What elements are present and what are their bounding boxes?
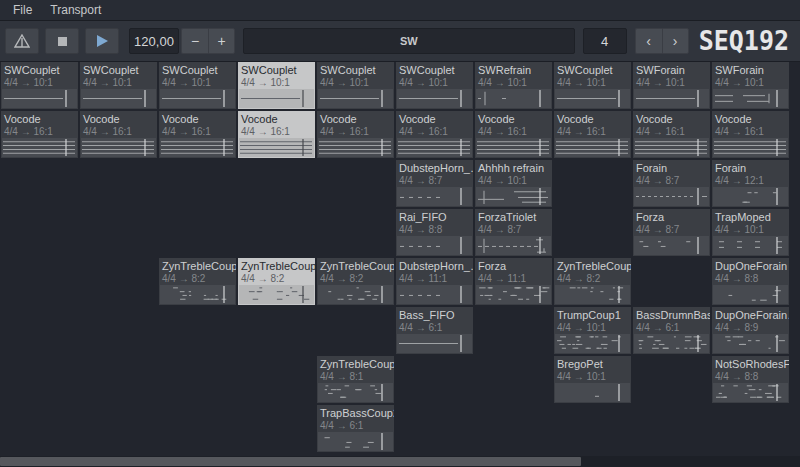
sequence-cell[interactable]: DubstepHorn_…4/4 → 8:7	[396, 160, 473, 207]
pattern-preview	[476, 236, 551, 255]
sequence-title: Vocode	[1, 111, 78, 126]
sequence-cell[interactable]: Vocode4/4 → 16:1	[80, 111, 157, 158]
sequence-cell[interactable]: ZynTrebleCoup14/4 → 8:2	[238, 258, 315, 305]
sequence-cell[interactable]: Vocode4/4 → 16:1	[633, 111, 710, 158]
sequence-cell[interactable]: Vocode4/4 → 16:1	[1, 111, 78, 158]
pattern-preview	[555, 138, 630, 157]
pattern-preview	[634, 138, 709, 157]
sequence-cell[interactable]: ZynTrebleCoup14/4 → 8:2	[317, 258, 394, 305]
sequence-cell[interactable]: TrapMoped4/4 → 10:1	[712, 209, 789, 256]
sequence-title: BassDrumnBass	[633, 307, 710, 322]
sequence-cell[interactable]: DupOneForain…4/4 → 8:9	[712, 307, 789, 354]
pattern-preview	[81, 138, 156, 157]
sequence-cell[interactable]: SWCouplet4/4 → 10:1	[80, 62, 157, 109]
scrollbar-thumb[interactable]	[0, 457, 581, 466]
screenset-number[interactable]: 4	[583, 28, 627, 54]
sequence-title: SWCouplet	[554, 62, 631, 77]
sequence-cell[interactable]: BregoPet4/4 → 10:1	[554, 356, 631, 403]
sequence-cell[interactable]: Bass_FIFO4/4 → 6:1	[396, 307, 473, 354]
toolbar: 120,00 − + SW 4 ‹ › SEQ192	[0, 21, 800, 62]
sequence-title: ZynTrebleCoup1	[317, 258, 394, 273]
stop-icon	[58, 37, 67, 46]
sequence-cell[interactable]: TrapBassCoup24/4 → 6:1	[317, 405, 394, 452]
sequence-cell[interactable]: ZynTrebleCoup14/4 → 8:2	[554, 258, 631, 305]
pattern-preview	[397, 236, 472, 255]
sequence-cell[interactable]: SWCouplet4/4 → 10:1	[238, 62, 315, 109]
pattern-preview	[397, 187, 472, 206]
sequence-title: DupOneForain…	[712, 307, 789, 322]
pattern-preview	[713, 236, 788, 255]
sequence-cell[interactable]: Vocode4/4 → 16:1	[475, 111, 552, 158]
bpm-display[interactable]: 120,00	[129, 28, 179, 54]
sequence-title: SWCouplet	[317, 62, 394, 77]
screenset-name-input[interactable]: SW	[243, 28, 575, 54]
sequence-cell[interactable]: Vocode4/4 → 16:1	[554, 111, 631, 158]
bpm-stepper: − +	[181, 28, 235, 54]
pattern-preview	[2, 138, 77, 157]
sequence-signature: 4/4 → 10:1	[554, 322, 631, 333]
sequence-cell[interactable]: ZynTrebleCoup24/4 → 8:1	[317, 356, 394, 403]
sequence-cell[interactable]: ForzaTriolet4/4 → 8:7	[475, 209, 552, 256]
sequence-title: Vocode	[712, 111, 789, 126]
sequence-signature: 4/4 → 8:1	[317, 371, 394, 382]
sequence-cell[interactable]: Forza4/4 → 11:1	[475, 258, 552, 305]
sequence-cell[interactable]: Vocode4/4 → 16:1	[317, 111, 394, 158]
sequence-cell[interactable]: DubstepHorn_…4/4 → 11:1	[396, 258, 473, 305]
sequence-cell[interactable]: Vocode4/4 → 16:1	[712, 111, 789, 158]
play-button[interactable]	[85, 28, 119, 54]
stop-button[interactable]	[45, 28, 79, 54]
sequence-cell[interactable]: Vocode4/4 → 16:1	[159, 111, 236, 158]
sequence-cell[interactable]: SWForain4/4 → 10:1	[633, 62, 710, 109]
sequence-cell[interactable]: SWCouplet4/4 → 10:1	[396, 62, 473, 109]
sequence-cell[interactable]: Vocode4/4 → 16:1	[396, 111, 473, 158]
sequence-cell[interactable]: DupOneForain4/4 → 8:8	[712, 258, 789, 305]
app-logo: SEQ192	[699, 26, 789, 56]
sequence-cell[interactable]: ZynTrebleCoup14/4 → 8:2	[159, 258, 236, 305]
sequence-signature: 4/4 → 16:1	[633, 126, 710, 137]
sequence-cell[interactable]: TrumpCoup14/4 → 10:1	[554, 307, 631, 354]
sequence-cell[interactable]: BassDrumnBass4/4 → 6:1	[633, 307, 710, 354]
sequence-cell[interactable]: SWCouplet4/4 → 10:1	[159, 62, 236, 109]
horizontal-scrollbar[interactable]	[0, 456, 800, 467]
pattern-preview	[555, 383, 630, 402]
sequence-signature: 4/4 → 8:2	[238, 273, 315, 284]
sequence-signature: 4/4 → 16:1	[80, 126, 157, 137]
pattern-preview	[160, 89, 235, 108]
screenset-prev-button[interactable]: ‹	[635, 28, 662, 54]
pattern-preview	[397, 138, 472, 157]
sequence-signature: 4/4 → 10:1	[712, 224, 789, 235]
sequence-cell[interactable]: SWCouplet4/4 → 10:1	[317, 62, 394, 109]
pattern-preview	[239, 89, 314, 108]
pattern-preview	[555, 89, 630, 108]
sequence-cell[interactable]: Forza4/4 → 8:7	[633, 209, 710, 256]
menu-transport[interactable]: Transport	[41, 1, 110, 19]
play-icon	[97, 35, 108, 47]
sequence-cell[interactable]: SWCouplet4/4 → 10:1	[1, 62, 78, 109]
sequence-cell[interactable]: Ahhhh refrain4/4 → 10:1	[475, 160, 552, 207]
sequence-cell[interactable]: SWRefrain4/4 → 10:1	[475, 62, 552, 109]
sequence-cell[interactable]: Forain4/4 → 12:1	[712, 160, 789, 207]
sequence-title: ForzaTriolet	[475, 209, 552, 224]
sequence-title: DubstepHorn_…	[396, 258, 473, 273]
sequence-cell[interactable]: SWForain4/4 → 10:1	[712, 62, 789, 109]
menu-bar: File Transport	[0, 0, 800, 21]
sequence-signature: 4/4 → 10:1	[159, 77, 236, 88]
bpm-decrease-button[interactable]: −	[181, 28, 208, 54]
sequence-signature: 4/4 → 8:7	[396, 175, 473, 186]
sequence-cell[interactable]: Rai_FIFO4/4 → 8:8	[396, 209, 473, 256]
menu-file[interactable]: File	[4, 1, 41, 19]
sequence-cell[interactable]: Vocode4/4 → 16:1	[238, 111, 315, 158]
sequence-cell[interactable]: SWCouplet4/4 → 10:1	[554, 62, 631, 109]
panic-button[interactable]	[5, 28, 39, 54]
screenset-next-button[interactable]: ›	[662, 28, 689, 54]
sequence-cell[interactable]: NotSoRhodesF…4/4 → 8:8	[712, 356, 789, 403]
pattern-preview	[555, 285, 630, 304]
sequence-title: SWCouplet	[1, 62, 78, 77]
sequence-signature: 4/4 → 8:7	[475, 224, 552, 235]
sequence-cell[interactable]: Forain4/4 → 8:7	[633, 160, 710, 207]
bpm-increase-button[interactable]: +	[208, 28, 235, 54]
sequence-title: SWForain	[712, 62, 789, 77]
sequence-signature: 4/4 → 8:2	[159, 273, 236, 284]
pattern-preview	[318, 383, 393, 402]
sequence-signature: 4/4 → 8:7	[633, 224, 710, 235]
